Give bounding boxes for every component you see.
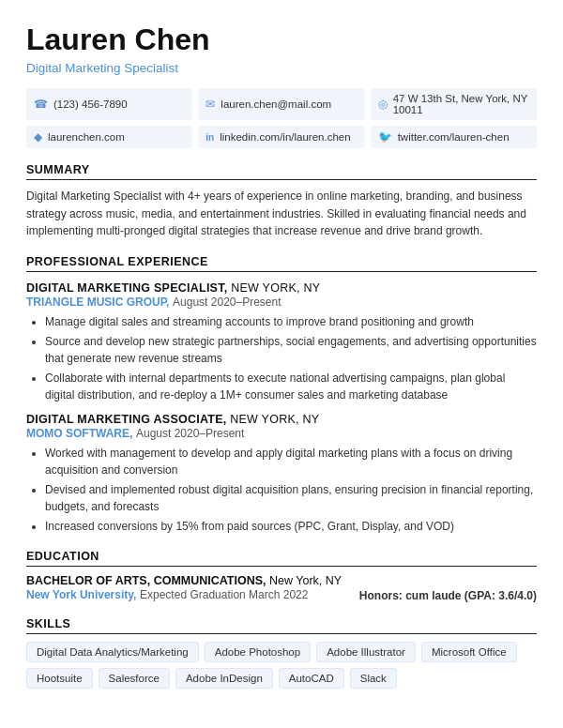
- job-company-2: MOMO SOFTWARE,: [26, 427, 132, 440]
- twitter-text: twitter.com/lauren-chen: [398, 131, 510, 143]
- bullet-2-1: Worked with management to develop and ap…: [45, 445, 537, 478]
- job-location-2: New York, NY: [226, 413, 319, 426]
- contact-linkedin: in linkedin.com/in/lauren.chen: [198, 126, 364, 148]
- skill-tag-7: AutoCAD: [279, 668, 344, 689]
- skill-tag-0: Digital Data Analytics/Marketing: [26, 642, 199, 662]
- candidate-title: Digital Marketing Specialist: [26, 61, 537, 75]
- contact-email: ✉ lauren.chen@mail.com: [198, 88, 364, 120]
- contact-website: ◆ laurenchen.com: [26, 126, 192, 148]
- website-text: laurenchen.com: [48, 131, 125, 143]
- bullet-2-3: Increased conversions by 15% from paid s…: [45, 518, 537, 535]
- job-company-1: TRIANGLE MUSIC GROUP,: [26, 296, 169, 309]
- contact-twitter: 🐦 twitter.com/lauren-chen: [371, 126, 537, 148]
- edu-degree-1: BACHELOR OF ARTS, COMMUNICATIONS, New Yo…: [26, 574, 342, 587]
- skill-tag-2: Adobe Illustrator: [316, 642, 416, 662]
- job-dates-1: August 2020–Present: [173, 296, 281, 309]
- edu-school-1: New York University,: [26, 588, 136, 601]
- job-bullets-2: Worked with management to develop and ap…: [45, 445, 537, 535]
- phone-icon: ☎: [34, 98, 48, 111]
- job-bullets-1: Manage digital sales and streaming accou…: [45, 313, 537, 403]
- skills-section-title: SKILLS: [26, 617, 537, 634]
- contact-section: ☎ (123) 456-7890 ✉ lauren.chen@mail.com …: [26, 88, 537, 148]
- phone-text: (123) 456-7890: [53, 99, 128, 110]
- education-section-title: EDUCATION: [26, 550, 537, 567]
- website-icon: ◆: [34, 130, 42, 144]
- linkedin-text: linkedin.com/in/lauren.chen: [220, 131, 350, 143]
- candidate-name: Lauren Chen: [26, 23, 537, 57]
- job-entry-1: DIGITAL MARKETING SPECIALIST, New York, …: [26, 281, 537, 403]
- job-title-text-2: DIGITAL MARKETING ASSOCIATE,: [26, 413, 226, 426]
- summary-text: Digital Marketing Specialist with 4+ yea…: [26, 188, 537, 240]
- edu-honors-1: Honors: cum laude (GPA: 3.6/4.0): [359, 589, 537, 602]
- contact-phone: ☎ (123) 456-7890: [26, 88, 192, 120]
- bullet-2-2: Devised and implemented robust digital a…: [45, 481, 537, 515]
- summary-section-title: SUMMARY: [26, 163, 537, 180]
- edu-school-row-1: New York University, Expected Graduation…: [26, 587, 342, 601]
- skill-tag-8: Slack: [350, 668, 397, 689]
- job-title-2: DIGITAL MARKETING ASSOCIATE, New York, N…: [26, 413, 537, 426]
- location-icon: ◎: [378, 98, 388, 111]
- bullet-1-2: Source and develop new strategic partner…: [45, 333, 537, 367]
- contact-location: ◎ 47 W 13th St, New York, NY 10011: [371, 88, 537, 120]
- skills-grid: Digital Data Analytics/Marketing Adobe P…: [26, 642, 537, 689]
- location-text: 47 W 13th St, New York, NY 10011: [393, 93, 529, 115]
- skill-tag-4: Hootsuite: [26, 668, 93, 689]
- edu-dates-1: Expected Graduation March 2022: [140, 588, 308, 601]
- skill-tag-1: Adobe Photoshop: [205, 642, 311, 662]
- linkedin-icon: in: [205, 132, 214, 143]
- job-title-text-1: DIGITAL MARKETING SPECIALIST,: [26, 281, 227, 295]
- job-meta-2: MOMO SOFTWARE, August 2020–Present: [26, 426, 537, 440]
- twitter-icon: 🐦: [378, 130, 392, 144]
- skill-tag-5: Salesforce: [99, 668, 170, 689]
- email-icon: ✉: [205, 98, 215, 111]
- job-location-1: New York, NY: [227, 281, 320, 295]
- skill-tag-3: Microsoft Office: [421, 642, 517, 662]
- job-entry-2: DIGITAL MARKETING ASSOCIATE, New York, N…: [26, 413, 537, 535]
- bullet-1-1: Manage digital sales and streaming accou…: [45, 313, 537, 330]
- edu-left-1: BACHELOR OF ARTS, COMMUNICATIONS, New Yo…: [26, 574, 342, 601]
- job-meta-1: TRIANGLE MUSIC GROUP, August 2020–Presen…: [26, 295, 537, 309]
- skill-tag-6: Adobe InDesign: [175, 668, 273, 689]
- bullet-1-3: Collaborate with internal departments to…: [45, 370, 537, 403]
- edu-entry-1: BACHELOR OF ARTS, COMMUNICATIONS, New Yo…: [26, 574, 537, 602]
- job-dates-2: August 2020–Present: [136, 427, 244, 440]
- email-text: lauren.chen@mail.com: [221, 99, 331, 110]
- experience-section-title: PROFESSIONAL EXPERIENCE: [26, 255, 537, 272]
- job-title-1: DIGITAL MARKETING SPECIALIST, New York, …: [26, 281, 537, 295]
